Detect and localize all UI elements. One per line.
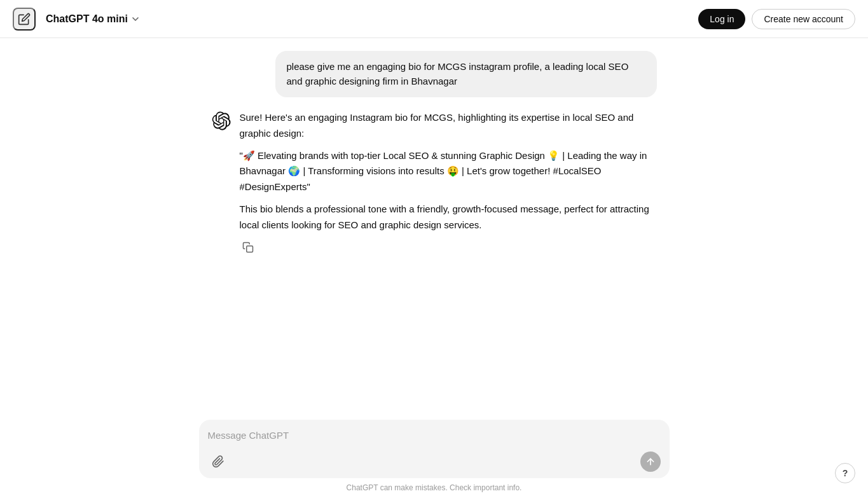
header-right: Log in Create new account xyxy=(698,9,855,29)
main: please give me an engaging bio for MCGS … xyxy=(0,0,868,496)
model-selector[interactable]: ChatGPT 4o mini xyxy=(41,11,146,27)
svg-rect-0 xyxy=(246,246,252,252)
paperclip-icon xyxy=(212,455,224,468)
send-button[interactable] xyxy=(640,451,661,472)
header-left: ChatGPT 4o mini xyxy=(13,8,146,31)
chatgpt-logo-icon xyxy=(212,111,231,130)
user-bubble: please give me an engaging bio for MCGS … xyxy=(275,51,657,97)
messages-container: please give me an engaging bio for MCGS … xyxy=(199,51,670,256)
assistant-avatar xyxy=(212,111,231,130)
disclaimer: ChatGPT can make mistakes. Check importa… xyxy=(347,478,522,496)
model-name: ChatGPT 4o mini xyxy=(46,13,128,25)
input-box-container xyxy=(199,420,670,478)
assistant-paragraph-1: Sure! Here's an engaging Instagram bio f… xyxy=(240,110,657,142)
header: ChatGPT 4o mini Log in Create new accoun… xyxy=(0,0,868,38)
assistant-message: Sure! Here's an engaging Instagram bio f… xyxy=(212,110,657,256)
assistant-content: Sure! Here's an engaging Instagram bio f… xyxy=(240,110,657,256)
help-button[interactable]: ? xyxy=(835,463,855,483)
copy-button[interactable] xyxy=(240,239,256,256)
user-message-text: please give me an engaging bio for MCGS … xyxy=(287,61,629,86)
assistant-paragraph-2: "🚀 Elevating brands with top-tier Local … xyxy=(240,148,657,195)
input-actions xyxy=(208,451,661,472)
edit-icon xyxy=(18,13,31,25)
user-message: please give me an engaging bio for MCGS … xyxy=(212,51,657,97)
attach-button[interactable] xyxy=(208,451,228,472)
message-input[interactable] xyxy=(208,429,661,444)
login-button[interactable]: Log in xyxy=(698,9,745,29)
copy-icon xyxy=(242,242,254,253)
new-chat-button[interactable] xyxy=(13,8,36,31)
input-area: ChatGPT can make mistakes. Check importa… xyxy=(0,410,868,496)
chevron-down-icon xyxy=(130,14,141,24)
send-icon xyxy=(645,457,656,467)
assistant-paragraph-3: This bio blends a professional tone with… xyxy=(240,202,657,233)
chat-area: please give me an engaging bio for MCGS … xyxy=(0,38,868,410)
create-account-button[interactable]: Create new account xyxy=(752,9,855,29)
